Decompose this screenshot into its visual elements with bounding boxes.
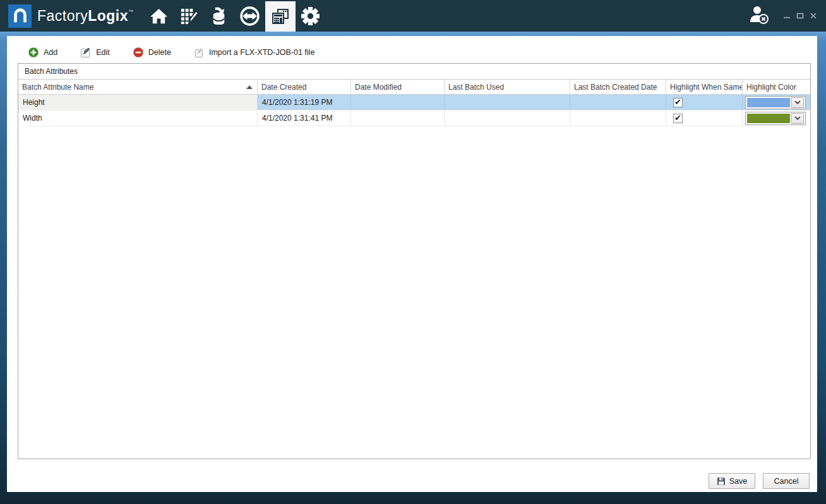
cancel-label: Cancel xyxy=(774,477,799,486)
column-header-highlight-color[interactable]: Highlight Color xyxy=(743,80,810,94)
nav-settings[interactable] xyxy=(296,0,326,32)
chevron-down-icon xyxy=(794,100,801,105)
column-header-last-batch-created-date[interactable]: Last Batch Created Date xyxy=(570,80,666,94)
cell-highlight-when-same xyxy=(666,111,743,126)
cell-name[interactable]: Height xyxy=(18,95,258,110)
table-row-height[interactable]: Height 4/1/2020 1:31:19 PM xyxy=(18,95,810,111)
dropdown-button[interactable] xyxy=(791,97,804,108)
cell-highlight-color xyxy=(743,95,810,110)
add-icon xyxy=(28,47,39,58)
sort-ascending-icon xyxy=(246,85,253,89)
save-label: Save xyxy=(729,477,748,486)
nav-batch-documents[interactable] xyxy=(265,1,296,32)
cell-highlight-when-same xyxy=(666,95,743,110)
close-icon xyxy=(810,12,817,20)
logo-n-icon xyxy=(11,6,30,25)
column-label: Last Batch Created Date xyxy=(574,83,657,92)
cell-date-created[interactable]: 4/1/2020 1:31:19 PM xyxy=(258,95,351,110)
delete-icon xyxy=(133,47,144,58)
column-label: Highlight When Same xyxy=(670,83,743,92)
column-header-last-batch-used[interactable]: Last Batch Used xyxy=(445,80,570,94)
maximize-button[interactable] xyxy=(793,7,806,25)
color-swatch xyxy=(747,98,790,107)
batch-documents-icon xyxy=(270,6,290,27)
column-header-highlight-when-same[interactable]: Highlight When Same xyxy=(666,80,743,94)
cell-last-batch-created-date[interactable] xyxy=(570,95,666,110)
add-label: Add xyxy=(44,48,57,57)
cell-date-modified[interactable] xyxy=(351,95,445,110)
minimize-button[interactable] xyxy=(780,7,793,25)
maximize-icon xyxy=(796,12,804,20)
grid-caption: Batch Attributes xyxy=(18,64,810,80)
cancel-button[interactable]: Cancel xyxy=(763,473,810,489)
column-label: Date Created xyxy=(261,83,306,92)
column-header-batch-attribute-name[interactable]: Batch Attribute Name xyxy=(18,80,258,94)
gear-icon xyxy=(300,6,321,27)
app-title: FactoryLogix™ xyxy=(37,8,134,25)
highlight-when-same-checkbox[interactable] xyxy=(673,114,683,123)
batch-attributes-grid: Batch Attributes Batch Attribute Name Da… xyxy=(18,63,811,459)
column-header-date-created[interactable]: Date Created xyxy=(258,80,351,94)
column-header-date-modified[interactable]: Date Modified xyxy=(351,80,445,94)
minimize-icon xyxy=(783,12,791,20)
toolbar: Add Edit Delete xyxy=(21,44,812,61)
user-logout-icon xyxy=(748,4,770,25)
nav-home[interactable] xyxy=(144,0,174,32)
column-label: Date Modified xyxy=(355,83,402,92)
table-row-width[interactable]: Width 4/1/2020 1:31:41 PM xyxy=(18,111,810,126)
cell-date-created[interactable]: 4/1/2020 1:31:41 PM xyxy=(258,111,351,126)
cell-date-modified[interactable] xyxy=(351,111,445,126)
brand-logix: Logix xyxy=(88,8,128,24)
grid-pencil-icon xyxy=(179,6,199,26)
window-frame: Add Edit Delete xyxy=(0,32,826,504)
edit-button[interactable]: Edit xyxy=(73,44,117,61)
dropdown-button[interactable] xyxy=(791,113,804,124)
chevron-down-icon xyxy=(794,116,801,121)
cell-highlight-color xyxy=(743,111,810,126)
cell-last-batch-created-date[interactable] xyxy=(570,111,666,126)
cell-name[interactable]: Width xyxy=(18,111,258,126)
edit-label: Edit xyxy=(96,48,110,57)
highlight-color-dropdown[interactable] xyxy=(745,96,806,109)
column-label: Highlight Color xyxy=(746,83,796,92)
sync-arrows-icon xyxy=(239,6,260,27)
import-label: Import a FLX-XTD-JOB-01 file xyxy=(209,48,314,57)
close-button[interactable] xyxy=(806,7,820,25)
titlebar-right xyxy=(748,4,826,28)
main-nav xyxy=(144,0,326,32)
highlight-color-dropdown[interactable] xyxy=(745,112,806,125)
color-swatch xyxy=(747,114,790,123)
database-import-icon xyxy=(210,6,229,26)
nav-sync-transfer[interactable] xyxy=(235,0,265,32)
highlight-when-same-checkbox[interactable] xyxy=(673,98,683,107)
titlebar: FactoryLogix™ xyxy=(0,0,826,32)
delete-button[interactable]: Delete xyxy=(126,44,178,61)
save-icon xyxy=(717,477,726,486)
column-label: Last Batch Used xyxy=(448,83,504,92)
column-label: Batch Attribute Name xyxy=(22,83,93,92)
window-controls xyxy=(780,7,820,25)
grid-header-row: Batch Attribute Name Date Created Date M… xyxy=(18,80,810,95)
cell-last-batch-used[interactable] xyxy=(445,95,570,110)
edit-icon xyxy=(80,47,92,58)
brand-trademark: ™ xyxy=(128,9,134,15)
add-button[interactable]: Add xyxy=(21,44,64,61)
home-icon xyxy=(149,6,169,26)
app-window: FactoryLogix™ xyxy=(0,0,826,504)
nav-data-import[interactable] xyxy=(205,0,235,32)
import-flx-file-button[interactable]: Import a FLX-XTD-JOB-01 file xyxy=(187,44,321,61)
app-logo xyxy=(8,4,32,28)
save-button[interactable]: Save xyxy=(709,473,755,489)
nav-production-grid-editor[interactable] xyxy=(174,0,205,32)
import-file-icon xyxy=(194,47,205,58)
brand-factory: Factory xyxy=(37,8,88,24)
delete-label: Delete xyxy=(148,48,171,57)
cell-last-batch-used[interactable] xyxy=(445,111,570,126)
user-logout-button[interactable] xyxy=(748,4,770,28)
content-panel: Add Edit Delete xyxy=(7,36,817,492)
